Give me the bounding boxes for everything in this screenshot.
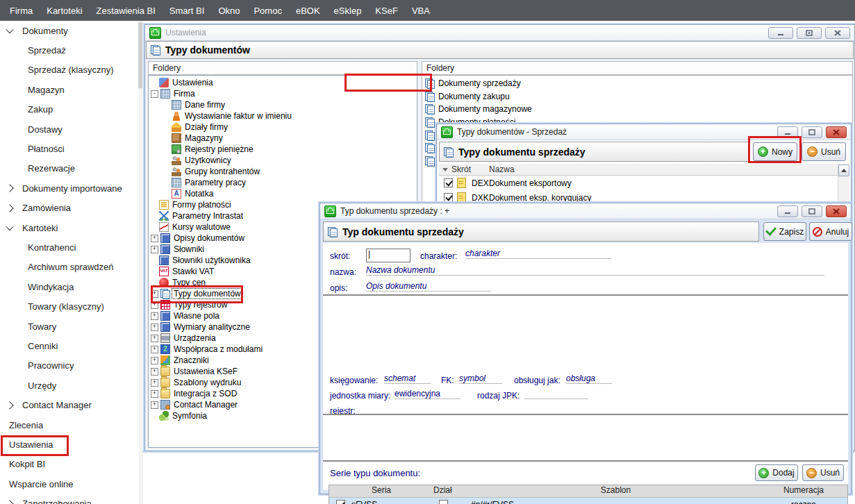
tree-item-parametry-pracy[interactable]: Parametry pracy (149, 177, 417, 188)
dzial-checkbox[interactable] (439, 500, 448, 504)
sidebar-item-cenniki[interactable]: Cenniki (0, 336, 144, 355)
add-series-button[interactable]: + Dodaj (755, 464, 798, 481)
rejestr-field[interactable] (365, 404, 401, 414)
expand-icon[interactable]: + (151, 235, 158, 242)
sidebar-item-zakup[interactable]: Zakup (0, 100, 144, 119)
jpk-field[interactable] (524, 389, 588, 399)
ksiegowanie-field[interactable]: schemat (384, 373, 431, 384)
menu-item-firma[interactable]: Firma (3, 0, 40, 21)
sidebar-item-dokumenty[interactable]: Dokumenty (0, 21, 144, 40)
expand-icon[interactable]: + (151, 368, 158, 376)
settings-window-titlebar[interactable]: Ustawienia (145, 25, 854, 41)
sidebar-item-towary-klasyczny[interactable]: Towary (klasyczny) (0, 296, 144, 316)
close-button[interactable] (826, 126, 847, 138)
menu-item-pomoc[interactable]: Pomoc (247, 0, 288, 21)
column-code[interactable]: Skrót (451, 165, 471, 174)
sidebar-item-contact-manager[interactable]: Contact Manager (0, 395, 144, 414)
scroll-up-button[interactable] (838, 165, 849, 176)
skrot-input[interactable]: | (366, 249, 410, 262)
types-window-titlebar[interactable]: Typy dokumentów - Sprzedaż (437, 124, 851, 140)
sidebar-item-dokumenty-importowane[interactable]: Dokumenty importowane (0, 178, 144, 198)
tree-item-firma[interactable]: -Firma (149, 88, 417, 99)
opis-field[interactable]: Opis dokumentu (366, 281, 491, 292)
sidebar-item-archiwum-sprawdzen[interactable]: Archiwum sprawdzeń (0, 258, 144, 277)
nazwa-field[interactable]: Nazwa dokumentu (366, 265, 824, 276)
expand-icon[interactable]: + (151, 290, 158, 298)
tree-item-magazyny[interactable]: Magazyny (149, 133, 417, 144)
close-button[interactable] (825, 27, 850, 39)
restore-button[interactable] (802, 126, 822, 138)
menu-item-smart-bi[interactable]: Smart BI (163, 0, 212, 21)
delete-button[interactable]: − Usuń (802, 142, 846, 161)
expand-icon[interactable]: + (151, 346, 158, 353)
close-button[interactable] (826, 205, 847, 217)
sidebar-scrollbar[interactable] (139, 21, 143, 504)
column-numeracja[interactable]: Numeracja (760, 485, 847, 495)
sidebar-item-magazyn[interactable]: Magazyn (0, 80, 144, 99)
delete-series-button[interactable]: − Usuń (802, 464, 844, 481)
tree-item-rejestry-pieniezne[interactable]: Rejestry pieniężne (149, 144, 417, 155)
row-checkbox[interactable] (444, 193, 453, 202)
sidebar-item-pracownicy[interactable]: Pracownicy (0, 356, 144, 376)
restore-button[interactable] (802, 205, 822, 217)
expand-icon[interactable]: + (151, 324, 158, 331)
cancel-button[interactable]: Anuluj (809, 222, 852, 241)
sidebar-scrollbar-thumb[interactable] (138, 22, 142, 88)
charakter-field[interactable]: charakter (465, 249, 611, 259)
obsluguj-field[interactable]: obsługa (566, 373, 612, 384)
tree-item-dane-firmy[interactable]: Dane firmy (149, 99, 417, 110)
types-list-header[interactable]: Skrót Nazwa (439, 164, 838, 176)
expand-icon[interactable]: + (151, 312, 158, 320)
tree-panel-header[interactable]: Foldery (148, 61, 417, 75)
sidebar-item-wsparcie-online[interactable]: Wsparcie online (0, 474, 144, 494)
menu-item-vba[interactable]: VBA (405, 0, 437, 21)
detail-window-titlebar[interactable]: Typ dokumentu sprzedaży : + (320, 203, 851, 219)
folder-item-dokumenty-zakupu[interactable]: Dokumenty zakupu (422, 90, 852, 103)
menu-item-zestawienia-bi[interactable]: Zestawienia BI (90, 0, 163, 21)
tree-item-grupy-kontrahentow[interactable]: Grupy kontrahentów (149, 166, 417, 177)
sidebar-item-kontrahenci[interactable]: Kontrahenci (0, 237, 144, 257)
sidebar-item-kokpit-bi[interactable]: Kokpit BI (0, 455, 144, 474)
folder-item-dokumenty-magazynowe[interactable]: Dokumenty magazynowe (422, 103, 852, 116)
column-name[interactable]: Nazwa (489, 165, 515, 174)
sidebar-item-sprzedaz-klasyczny[interactable]: Sprzedaż (klasyczny) (0, 60, 144, 80)
folders-panel-header[interactable]: Foldery (422, 61, 853, 75)
menu-item-esklep[interactable]: eSklep (327, 0, 369, 21)
sidebar-item-towary[interactable]: Towary (0, 317, 144, 336)
series-row[interactable]: sFVSS #n/#r/FVSS roczna (329, 498, 847, 504)
minimize-button[interactable] (777, 126, 798, 138)
sidebar-item-dostawy[interactable]: Dostawy (0, 119, 144, 139)
series-checkbox[interactable] (336, 500, 345, 504)
filter-icon[interactable] (442, 168, 448, 171)
tree-item-uzytkownicy[interactable]: Użytkownicy (149, 155, 417, 166)
tree-item-dzialy-firmy[interactable]: Działy firmy (149, 121, 417, 133)
tree-item-ustawienia[interactable]: Ustawienia (149, 77, 417, 88)
expand-icon[interactable]: + (151, 335, 158, 342)
minimize-button[interactable] (777, 205, 798, 217)
series-table-header[interactable]: Seria Dział Szablon Numeracja (329, 485, 847, 498)
column-szablon[interactable]: Szablon (472, 485, 760, 495)
new-button[interactable]: + Nowy (753, 142, 797, 161)
expand-icon[interactable]: + (151, 246, 158, 253)
tree-item-wystawianie-faktur-w-imieniu[interactable]: Wystawianie faktur w imieniu (149, 110, 417, 121)
menu-item-okno[interactable]: Okno (211, 0, 247, 21)
table-row[interactable]: DEX Dokument eksportowy (439, 176, 838, 190)
menu-item-kartoteki[interactable]: Kartoteki (40, 0, 89, 21)
sidebar-item-urzedy[interactable]: Urzędy (0, 376, 144, 395)
restore-button[interactable] (797, 27, 822, 39)
menu-item-ksef[interactable]: KSeF (368, 0, 405, 21)
folder-item-dokumenty-sprzedazy[interactable]: Dokumenty sprzedaży (422, 77, 852, 90)
menu-item-ebok[interactable]: eBOK (289, 0, 327, 21)
expand-icon[interactable]: + (151, 301, 158, 309)
fk-field[interactable]: symbol (459, 373, 502, 384)
save-button[interactable]: Zapisz (763, 222, 806, 241)
sidebar-item-windykacja[interactable]: Windykacja (0, 277, 144, 296)
expand-icon[interactable]: + (151, 401, 158, 409)
column-dzial[interactable]: Dział (433, 485, 468, 495)
expand-icon[interactable]: + (151, 357, 158, 364)
sidebar-item-rezerwacje[interactable]: Rezerwacje (0, 159, 144, 178)
sidebar-item-platnosci[interactable]: Płatności (0, 139, 144, 158)
sidebar-item-zamowienia[interactable]: Zamówienia (0, 199, 144, 218)
collapse-icon[interactable]: - (151, 90, 158, 98)
sidebar-item-kartoteki[interactable]: Kartoteki (0, 218, 144, 237)
